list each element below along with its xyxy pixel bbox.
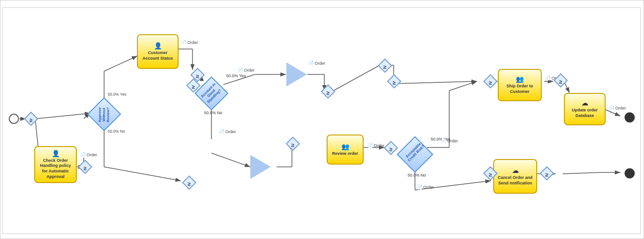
svg-line-17 bbox=[211, 153, 250, 167]
doc-icon-9: 📄 bbox=[545, 75, 551, 80]
svg-line-9 bbox=[104, 56, 137, 71]
credit-risk-container: Acceptable Credit Risk? bbox=[402, 141, 428, 167]
order-label-4: 📄 Order bbox=[219, 129, 236, 134]
doc-icon-5: 📄 bbox=[308, 61, 314, 66]
buffer-bottom bbox=[250, 155, 271, 179]
doc-icon-4: 📄 bbox=[219, 129, 224, 134]
cancel-order-label: Cancel Order and Send notification bbox=[496, 175, 534, 186]
end-event-2 bbox=[625, 168, 635, 178]
order-label-3: 📄 Order bbox=[237, 67, 254, 73]
customer-account-task[interactable]: 👤 Customer Account Status bbox=[137, 34, 179, 69]
ship-order-label: Ship Order to Customer bbox=[501, 84, 539, 94]
doc-icon-2: 📄 bbox=[181, 40, 186, 45]
doc-icon-10: 📄 bbox=[609, 105, 614, 110]
svg-line-29 bbox=[449, 81, 477, 91]
review-order-task[interactable]: 👥 Review order bbox=[327, 135, 364, 165]
credit-no-label: 50.0% No bbox=[408, 173, 426, 178]
svg-line-38 bbox=[563, 172, 602, 174]
review-order-label: Review order bbox=[332, 151, 359, 157]
doc-icon-3: 📄 bbox=[237, 67, 243, 73]
svg-line-13 bbox=[104, 167, 181, 181]
order-label-2: 📄 Order bbox=[181, 40, 198, 45]
account-yes-label: 50.0% Yes bbox=[226, 74, 246, 78]
order-label-1: 📄 Order bbox=[80, 152, 97, 157]
check-order-task[interactable]: 👤 Check Order Handling policy for Automa… bbox=[34, 146, 77, 183]
account-no-label: 50.0% No bbox=[204, 110, 223, 115]
check-order-label: Check Order Handling policy for Automati… bbox=[37, 158, 74, 180]
task-icon-cancel: ☁ bbox=[512, 167, 519, 174]
doc-icon-6: 📄 bbox=[367, 143, 373, 148]
bpmn-canvas: ≥ 👤 Check Order Handling policy for Auto… bbox=[0, 0, 644, 239]
doc-icon-8: 📄 bbox=[417, 184, 422, 190]
order-label-6: 📄 Order bbox=[367, 143, 384, 148]
svg-line-25 bbox=[394, 81, 477, 84]
task-icon-customer: 👤 bbox=[154, 42, 162, 49]
task-icon-review: 👥 bbox=[341, 143, 349, 150]
task-icon-check: 👤 bbox=[52, 150, 60, 157]
cancel-order-task[interactable]: ☁ Cancel Order and Send notification bbox=[493, 159, 537, 194]
task-icon-update: ☁ bbox=[582, 99, 588, 107]
order-label-8: 📄 Order bbox=[417, 184, 434, 190]
ship-order-task[interactable]: 👥 Ship Order to Customer bbox=[498, 69, 542, 101]
doc-icon-1: 📄 bbox=[80, 152, 86, 157]
svg-line-7 bbox=[35, 113, 90, 119]
customer-account-label: Customer Account Status bbox=[140, 50, 176, 61]
order-label-10: 📄 Order bbox=[609, 105, 626, 110]
order-label-7: 📄 Order bbox=[441, 138, 458, 143]
account-standing-container: Account in Good Standing? bbox=[199, 81, 223, 105]
update-db-task[interactable]: ☁ Update order Database bbox=[564, 93, 606, 125]
svg-line-22 bbox=[334, 65, 380, 91]
order-label-5: 📄 Order bbox=[308, 61, 325, 66]
approve-gateway-container: Approve Without Review? bbox=[92, 102, 116, 126]
start-event bbox=[9, 114, 19, 124]
buffer-top bbox=[286, 62, 307, 86]
approve-no-label: 50.0% No bbox=[108, 129, 125, 134]
doc-icon-7: 📄 bbox=[441, 138, 446, 143]
task-icon-ship: 👥 bbox=[516, 75, 524, 83]
approve-yes-label: 50.0% Yes bbox=[108, 92, 126, 97]
update-db-label: Update order Database bbox=[567, 108, 603, 118]
end-event-1 bbox=[625, 112, 635, 123]
